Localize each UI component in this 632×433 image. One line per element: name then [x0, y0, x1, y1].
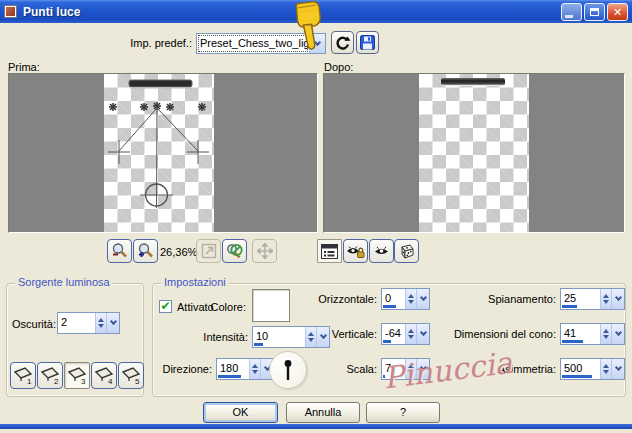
ok-button[interactable]: OK: [203, 402, 278, 423]
fit-to-window-button[interactable]: [196, 239, 221, 263]
asymmetry-updown[interactable]: [600, 359, 611, 379]
after-checkerboard: [419, 74, 529, 232]
eye-lock-icon: [346, 243, 365, 260]
color-label: Colore:: [206, 301, 246, 313]
after-preview-pane[interactable]: [323, 73, 625, 233]
direction-meter: [218, 375, 241, 378]
scale-updown[interactable]: [405, 359, 416, 379]
settings-title: Impostazioni: [161, 276, 229, 288]
vertical-slider-dropdown[interactable]: [416, 324, 429, 344]
window-icon: [4, 5, 19, 19]
pan-button[interactable]: [252, 239, 277, 263]
scale-meter: [383, 375, 385, 378]
zoom-out-icon: [111, 242, 129, 260]
zoom-in-button[interactable]: [133, 239, 158, 263]
chevron-down-icon: [419, 364, 426, 371]
randomize-button[interactable]: [394, 239, 419, 263]
save-preset-button[interactable]: [356, 31, 379, 54]
light-4-button[interactable]: 4: [91, 362, 117, 389]
vertical-updown[interactable]: [405, 324, 416, 344]
chevron-down-icon: [419, 329, 426, 336]
scale-value: 7: [385, 362, 391, 374]
maximize-icon: [590, 8, 599, 16]
hand-cursor-icon: [290, 0, 328, 54]
smoothing-updown[interactable]: [600, 289, 611, 309]
zoom-out-button[interactable]: [107, 239, 132, 263]
proof-button[interactable]: [369, 239, 394, 263]
direction-input[interactable]: 180: [217, 359, 249, 379]
before-label: Prima:: [8, 61, 40, 73]
smoothing-slider-dropdown[interactable]: [611, 289, 624, 309]
maximize-button[interactable]: [584, 3, 605, 21]
close-button[interactable]: ✕: [607, 3, 628, 21]
cone-size-slider-dropdown[interactable]: [611, 324, 624, 344]
light-2-button[interactable]: 2: [37, 362, 63, 389]
intensity-input[interactable]: 10: [253, 327, 305, 347]
auto-proof-button[interactable]: [343, 239, 368, 263]
lamp-icon: 4: [94, 366, 115, 385]
horizontal-updown[interactable]: [405, 289, 416, 309]
pan-arrows-icon: [257, 243, 273, 259]
light-5-button[interactable]: 5: [118, 362, 144, 389]
up-arrow-icon: [408, 364, 414, 368]
no-proof-button[interactable]: [222, 239, 247, 263]
darkness-updown[interactable]: [95, 313, 106, 333]
cone-size-meter: [562, 340, 583, 343]
no-proof-icon: [225, 242, 244, 261]
direction-updown[interactable]: [249, 359, 260, 379]
horizontal-input[interactable]: 0: [382, 289, 405, 309]
chevron-down-icon: [614, 329, 621, 336]
preset-label: Imp. predef.:: [118, 37, 192, 49]
toggle-panels-button[interactable]: [317, 239, 342, 263]
eye-icon: [373, 244, 390, 258]
smoothing-label: Spianamento:: [446, 293, 556, 305]
cone-size-spinner: 41: [560, 323, 625, 345]
asymmetry-slider-dropdown[interactable]: [611, 359, 624, 379]
up-arrow-icon: [252, 364, 258, 368]
minimize-button[interactable]: [561, 3, 582, 21]
light-1-button[interactable]: 1: [10, 362, 36, 389]
after-label: Dopo:: [324, 61, 353, 73]
vertical-spinner: -64: [381, 323, 430, 345]
color-swatch[interactable]: [252, 289, 290, 322]
direction-value: 180: [220, 362, 238, 374]
vertical-input[interactable]: -64: [382, 324, 405, 344]
down-arrow-icon: [98, 324, 104, 328]
direction-label: Direzione:: [158, 363, 212, 375]
enabled-checkbox[interactable]: ✔: [159, 300, 172, 313]
fit-window-icon: [201, 243, 217, 259]
direction-spinner: 180: [216, 358, 274, 380]
reset-preset-button[interactable]: [331, 31, 354, 54]
asymmetry-input[interactable]: 500: [561, 359, 600, 379]
svg-text:4: 4: [108, 377, 113, 385]
asymmetry-label: Asimmetria:: [446, 363, 556, 375]
down-arrow-icon: [252, 370, 258, 374]
lamp-icon: 2: [40, 366, 61, 385]
light-points-overlay: [9, 74, 317, 232]
scale-input[interactable]: 7: [382, 359, 405, 379]
scale-spinner: 7: [381, 358, 430, 380]
cone-size-label: Dimensioni del cono:: [446, 328, 556, 340]
scale-slider-dropdown[interactable]: [416, 359, 429, 379]
up-arrow-icon: [603, 294, 609, 298]
direction-dial[interactable]: [269, 351, 307, 389]
lamp-icon: 3: [67, 366, 88, 385]
help-button[interactable]: ?: [366, 402, 440, 423]
svg-text:1: 1: [27, 377, 32, 385]
down-arrow-icon: [408, 335, 414, 339]
darkness-slider-dropdown[interactable]: [106, 313, 119, 333]
intensity-label: Intensità:: [178, 331, 248, 343]
smoothing-input[interactable]: 25: [561, 289, 600, 309]
darkness-input[interactable]: 2: [58, 313, 95, 333]
horizontal-slider-dropdown[interactable]: [416, 289, 429, 309]
cone-size-input[interactable]: 41: [561, 324, 600, 344]
asymmetry-meter: [562, 375, 592, 378]
light-3-button[interactable]: 3: [64, 362, 90, 389]
before-preview-pane[interactable]: [8, 73, 318, 233]
cancel-button[interactable]: Annulla: [286, 402, 360, 423]
svg-text:3: 3: [81, 377, 86, 385]
intensity-meter: [254, 343, 263, 346]
cone-size-updown[interactable]: [600, 324, 611, 344]
vertical-label: Verticale:: [307, 328, 377, 340]
zoom-in-icon: [137, 242, 155, 260]
